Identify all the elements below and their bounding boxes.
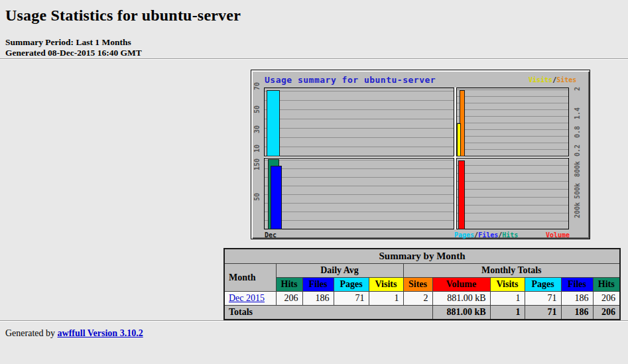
divider [0,58,628,60]
column-header-daily-visits: Visits [369,278,403,292]
summary-period-text: Summary Period: Last 1 Months [5,37,623,48]
panel-gap-horizontal [264,156,569,158]
totals-visits: 1 [490,306,525,320]
legend-visits: Visits [529,76,552,84]
bar-volume [458,160,465,229]
bar-visits [457,123,461,156]
panel-visits-sites [456,88,569,156]
axis-tick-70: 70 [253,82,261,90]
column-group-monthly-totals: Monthly Totals [403,264,620,278]
table-row-totals: Totals 881.00 kB 1 71 186 206 [224,306,620,320]
axis-tick-150: 150 [253,158,261,170]
axis-tick-200k: 200k [574,202,581,218]
column-header-sites: Sites [403,278,432,292]
generated-timestamp: Generated 08-Dec-2015 16:40 GMT [5,48,623,58]
graph-legend-bottom: Pages/Files/Hits [454,231,518,239]
column-group-daily-avg: Daily Avg [276,264,403,278]
axis-tick-1-4: 1.4 [574,107,581,119]
column-header-visits: Visits [490,278,525,292]
month-link-dec-2015[interactable]: Dec 2015 [229,293,265,303]
cell-daily-pages: 71 [334,292,369,306]
totals-label: Totals [224,306,432,320]
panel-gap-vertical [454,88,456,229]
usage-summary-graph: Usage summary for ubuntu-server Visits/S… [251,70,590,239]
totals-files: 186 [561,306,593,320]
page-footer: Generated by awffull Version 3.10.2 [5,328,628,339]
cell-pages: 71 [525,292,561,306]
legend-volume: Volume [546,231,570,239]
legend-sites: Sites [556,76,576,84]
totals-volume: 881.00 kB [432,306,490,320]
cell-hits: 206 [593,292,620,306]
summary-by-month-table: Summary by Month Month Daily Avg Monthly… [223,248,621,320]
cell-volume: 881.00 kB [432,292,490,306]
axis-tick-0-8: 0.8 [574,126,581,138]
axis-tick-500k: 500k [574,183,581,199]
column-header-volume: Volume [432,278,490,292]
totals-hits: 206 [593,306,620,320]
axis-tick-10: 10 [253,145,261,152]
page-title: Usage Statistics for ubuntu-server [5,7,623,25]
panel-hits-files [264,158,454,229]
column-header-daily-pages: Pages [334,278,369,292]
legend-hits: Hits [502,231,518,239]
axis-tick-800k: 800k [574,161,581,177]
column-header-daily-hits: Hits [276,278,302,292]
graph-legend-top: Visits/Sites [529,76,576,84]
cell-daily-visits: 1 [369,292,403,306]
axis-tick-50b: 50 [253,193,261,201]
graph-title: Usage summary for ubuntu-server [265,75,436,85]
column-header-hits: Hits [593,278,620,292]
axis-tick-2: 2 [574,87,581,91]
bar-files [271,166,282,229]
cell-daily-hits: 206 [276,292,302,306]
cell-visits: 1 [490,292,525,306]
divider [0,320,628,322]
column-header-pages: Pages [525,278,561,292]
cell-daily-files: 186 [302,292,334,306]
bar-pages [267,90,280,156]
footer-generated-text: Generated by [5,328,58,338]
totals-pages: 71 [525,306,561,320]
column-header-month: Month [224,264,276,292]
x-axis-label-dec: Dec [265,231,277,239]
cell-sites: 2 [403,292,432,306]
panel-pages [264,88,454,156]
cell-files: 186 [561,292,593,306]
column-header-files: Files [561,278,593,292]
sub-header-row: Hits Files Pages Visits Sites Volume Vis… [224,278,620,292]
axis-tick-0-2: 0.2 [574,145,581,156]
column-header-daily-files: Files [302,278,334,292]
table-title: Summary by Month [224,249,620,264]
axis-tick-30: 30 [253,125,261,133]
legend-pages: Pages [454,231,474,239]
month-cell: Dec 2015 [224,292,276,306]
legend-files: Files [478,231,498,239]
panel-volume [456,158,569,229]
page-header: Usage Statistics for ubuntu-server Summa… [0,0,628,58]
awffull-version-link[interactable]: awffull Version 3.10.2 [58,328,143,338]
axis-tick-50: 50 [253,105,261,113]
table-row-dec-2015: Dec 2015 206 186 71 1 2 881.00 kB 1 71 1… [224,292,620,306]
